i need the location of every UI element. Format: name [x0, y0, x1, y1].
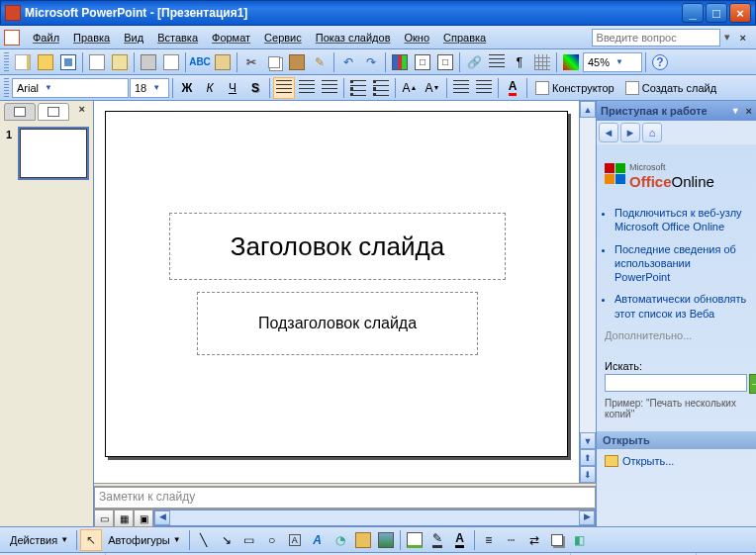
link-more[interactable]: Дополнительно... — [605, 328, 748, 342]
copy-button[interactable] — [263, 51, 285, 73]
slideshow-view-button[interactable]: ▣ — [134, 509, 153, 527]
insert-hyperlink-button[interactable]: 🔗 — [463, 51, 485, 73]
print-button[interactable] — [138, 51, 159, 73]
document-close-button[interactable]: × — [734, 32, 752, 44]
arrow-style-button[interactable]: ⇄ — [523, 529, 545, 551]
scroll-right-button[interactable]: ▶ — [579, 510, 595, 525]
increase-font-button[interactable]: A▲ — [399, 77, 421, 99]
dash-style-button[interactable]: ┄ — [501, 529, 522, 551]
italic-button[interactable]: К — [199, 77, 221, 99]
new-slide-button[interactable]: Создать слайд — [620, 77, 721, 99]
task-home-button[interactable]: ⌂ — [642, 123, 662, 142]
task-dropdown-icon[interactable]: ▼ — [731, 106, 740, 116]
bold-button[interactable]: Ж — [176, 77, 198, 99]
decrease-font-button[interactable]: A▼ — [422, 77, 443, 99]
tables-borders-button[interactable] — [434, 51, 456, 73]
decrease-indent-button[interactable] — [450, 77, 472, 99]
sorter-view-button[interactable]: ▦ — [114, 509, 134, 527]
close-button[interactable]: × — [729, 3, 751, 23]
slide-design-button[interactable]: Конструктор — [530, 77, 619, 99]
scroll-up-button[interactable]: ▲ — [580, 101, 596, 118]
task-pane-header[interactable]: Приступая к работе ▼ × — [597, 101, 756, 121]
select-objects-button[interactable]: ↖ — [80, 529, 102, 551]
maximize-button[interactable]: □ — [706, 3, 727, 23]
scroll-down-button[interactable]: ▼ — [580, 432, 596, 449]
title-placeholder[interactable]: Заголовок слайда — [169, 213, 506, 280]
menu-edit[interactable]: Правка — [66, 29, 117, 46]
help-button[interactable]: ? — [649, 51, 671, 73]
slide-thumbnail[interactable] — [20, 129, 87, 178]
paste-button[interactable] — [286, 51, 308, 73]
fill-color-button[interactable] — [404, 529, 425, 551]
shadow-style-button[interactable] — [546, 529, 568, 551]
app-small-icon[interactable] — [4, 30, 20, 46]
scroll-left-button[interactable]: ◀ — [154, 510, 170, 525]
task-close-button[interactable]: × — [746, 105, 752, 117]
menu-file[interactable]: Файл — [26, 29, 66, 46]
font-color-draw-button[interactable]: A — [449, 529, 471, 551]
insert-table-button[interactable] — [412, 51, 433, 73]
color-grayscale-button[interactable] — [560, 51, 582, 73]
font-combo[interactable]: Arial▼ — [12, 78, 129, 98]
align-right-button[interactable] — [319, 77, 340, 99]
next-slide-button[interactable]: ⬇ — [580, 466, 596, 483]
outline-tab[interactable] — [4, 103, 36, 121]
open-file-link[interactable]: Открыть... — [597, 449, 756, 473]
rectangle-tool[interactable]: ▭ — [238, 529, 260, 551]
task-back-button[interactable]: ◄ — [599, 123, 618, 142]
show-grid-button[interactable] — [531, 51, 553, 73]
align-center-button[interactable] — [296, 77, 318, 99]
vertical-scrollbar[interactable]: ▲ ▼ ⬆ ⬇ — [579, 101, 596, 483]
open-button[interactable] — [35, 51, 56, 73]
oval-tool[interactable]: ○ — [261, 529, 283, 551]
autoshapes-menu[interactable]: Автофигуры▼ — [103, 529, 186, 551]
normal-view-button[interactable]: ▭ — [94, 509, 114, 527]
task-forward-button[interactable]: ► — [620, 123, 640, 142]
save-button[interactable] — [57, 51, 79, 73]
actions-menu[interactable]: Действия▼ — [5, 529, 73, 551]
permission-button[interactable] — [86, 51, 108, 73]
print-preview-button[interactable] — [160, 51, 182, 73]
diagram-tool[interactable]: ◔ — [330, 529, 351, 551]
menu-insert[interactable]: Вставка — [150, 29, 205, 46]
undo-button[interactable]: ↶ — [337, 51, 359, 73]
picture-tool[interactable] — [375, 529, 397, 551]
menu-format[interactable]: Формат — [205, 29, 257, 46]
line-color-button[interactable]: ✎ — [426, 529, 448, 551]
toolbar-grip[interactable] — [4, 52, 9, 72]
ask-question-input[interactable] — [592, 29, 720, 46]
menu-window[interactable]: Окно — [398, 29, 437, 46]
line-style-button[interactable]: ≡ — [478, 529, 500, 551]
expand-all-button[interactable] — [486, 51, 508, 73]
show-formatting-button[interactable]: ¶ — [509, 51, 530, 73]
menu-tools[interactable]: Сервис — [257, 29, 309, 46]
zoom-combo[interactable]: 45%▼ — [583, 52, 642, 72]
menu-slideshow[interactable]: Показ слайдов — [309, 29, 398, 46]
outline-close-button[interactable]: × — [75, 103, 89, 121]
underline-button[interactable]: Ч — [222, 77, 243, 99]
email-button[interactable] — [109, 51, 131, 73]
scroll-track[interactable] — [580, 118, 596, 432]
cut-button[interactable]: ✂ — [240, 51, 262, 73]
insert-chart-button[interactable] — [389, 51, 411, 73]
slides-tab[interactable] — [38, 103, 69, 121]
line-tool[interactable]: ╲ — [193, 529, 215, 551]
slide-canvas[interactable]: Заголовок слайда Подзаголовок слайда — [105, 111, 568, 457]
slide-canvas-area[interactable]: Заголовок слайда Подзаголовок слайда — [94, 101, 579, 483]
shadow-text-button[interactable]: S — [244, 77, 266, 99]
hscroll-track[interactable] — [170, 510, 579, 525]
search-go-button[interactable]: → — [749, 374, 756, 394]
research-button[interactable] — [212, 51, 234, 73]
horizontal-scrollbar[interactable]: ◀ ▶ — [153, 509, 596, 526]
bullets-button[interactable] — [370, 77, 392, 99]
minimize-button[interactable]: _ — [682, 3, 704, 23]
font-color-button[interactable]: A — [502, 77, 523, 99]
increase-indent-button[interactable] — [473, 77, 495, 99]
link-news[interactable]: Последние сведения об использовании Powe… — [614, 242, 748, 285]
search-input[interactable] — [605, 374, 747, 392]
format-painter-button[interactable]: ✎ — [309, 51, 331, 73]
wordart-tool[interactable]: A — [307, 529, 329, 551]
prev-slide-button[interactable]: ⬆ — [580, 449, 596, 466]
spellcheck-button[interactable]: ABC — [189, 51, 211, 73]
numbering-button[interactable] — [347, 77, 369, 99]
